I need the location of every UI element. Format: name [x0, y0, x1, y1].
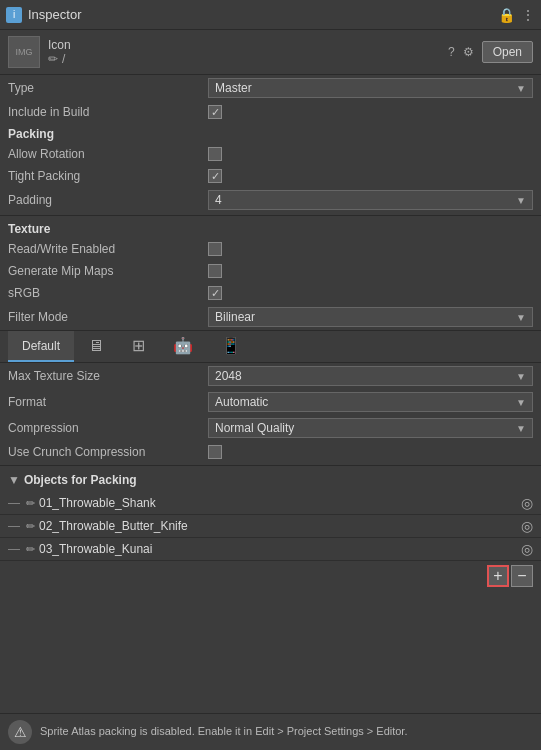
list-item-3: — ✏ 03_Throwable_Kunai ◎ — [0, 538, 541, 561]
generate-mip-maps-checkbox[interactable] — [208, 264, 533, 278]
dash-1: — — [8, 496, 20, 510]
tight-packing-row: Tight Packing — [0, 165, 541, 187]
allow-rotation-check[interactable] — [208, 147, 222, 161]
type-dropdown-arrow: ▼ — [516, 83, 526, 94]
sprite-icon-1: ✏ — [26, 497, 35, 510]
item-name-2: 02_Throwable_Butter_Knife — [39, 519, 517, 533]
divider-1 — [0, 215, 541, 216]
item-name-1: 01_Throwable_Shank — [39, 496, 517, 510]
padding-dropdown[interactable]: 4 ▼ — [208, 190, 533, 210]
format-label: Format — [8, 395, 208, 409]
padding-label: Padding — [8, 193, 208, 207]
settings-icon[interactable]: ⚙ — [463, 45, 474, 59]
item-name-3: 03_Throwable_Kunai — [39, 542, 517, 556]
tab-mobile[interactable]: 📱 — [207, 331, 255, 362]
sprite-icon-2: ✏ — [26, 520, 35, 533]
android-icon: 🤖 — [173, 336, 193, 355]
windows-icon: ⊞ — [132, 336, 145, 355]
compression-dropdown[interactable]: Normal Quality ▼ — [208, 418, 533, 438]
icon-label-group: Icon ✏ / — [48, 38, 71, 66]
compression-value: Normal Quality — [215, 421, 294, 435]
generate-mip-maps-check[interactable] — [208, 264, 222, 278]
tight-packing-label: Tight Packing — [8, 169, 208, 183]
read-write-label: Read/Write Enabled — [8, 242, 208, 256]
max-texture-size-label: Max Texture Size — [8, 369, 208, 383]
inspector-icon: i — [6, 7, 22, 23]
format-value: Automatic — [215, 395, 268, 409]
circle-btn-1[interactable]: ◎ — [521, 495, 533, 511]
packing-section-header: Packing — [0, 123, 541, 143]
allow-rotation-label: Allow Rotation — [8, 147, 208, 161]
type-row: Type Master ▼ — [0, 75, 541, 101]
padding-row: Padding 4 ▼ — [0, 187, 541, 213]
help-icon[interactable]: ? — [448, 45, 455, 59]
max-texture-size-row: Max Texture Size 2048 ▼ — [0, 363, 541, 389]
generate-mip-maps-row: Generate Mip Maps — [0, 260, 541, 282]
open-button[interactable]: Open — [482, 41, 533, 63]
tab-default[interactable]: Default — [8, 331, 74, 362]
max-texture-size-arrow: ▼ — [516, 371, 526, 382]
icon-area-right: ? ⚙ Open — [448, 41, 533, 63]
include-in-build-check[interactable] — [208, 105, 222, 119]
tight-packing-check[interactable] — [208, 169, 222, 183]
allow-rotation-row: Allow Rotation — [0, 143, 541, 165]
circle-btn-2[interactable]: ◎ — [521, 518, 533, 534]
filter-mode-value: Bilinear — [215, 310, 255, 324]
compression-label: Compression — [8, 421, 208, 435]
crunch-compression-check[interactable] — [208, 445, 222, 459]
lock-icon[interactable]: 🔒 — [498, 7, 515, 23]
tight-packing-checkbox[interactable] — [208, 169, 533, 183]
tab-windows[interactable]: ⊞ — [118, 331, 159, 362]
collapse-arrow: ▼ — [8, 473, 20, 487]
objects-for-packing-header[interactable]: ▼ Objects for Packing — [0, 468, 541, 492]
add-button[interactable]: + — [487, 565, 509, 587]
crunch-compression-row: Use Crunch Compression — [0, 441, 541, 463]
slash-icon: / — [62, 52, 65, 66]
main-content: Type Master ▼ Include in Build Packing A… — [0, 75, 541, 713]
tab-android[interactable]: 🤖 — [159, 331, 207, 362]
srgb-check[interactable] — [208, 286, 222, 300]
srgb-checkbox[interactable] — [208, 286, 533, 300]
type-value: Master — [215, 81, 252, 95]
allow-rotation-checkbox[interactable] — [208, 147, 533, 161]
circle-btn-3[interactable]: ◎ — [521, 541, 533, 557]
objects-for-packing-label: Objects for Packing — [24, 473, 137, 487]
sprite-atlas-icon: IMG — [8, 36, 40, 68]
monitor-icon: 🖥 — [88, 337, 104, 355]
list-item-2: — ✏ 02_Throwable_Butter_Knife ◎ — [0, 515, 541, 538]
filter-mode-label: Filter Mode — [8, 310, 208, 324]
divider-2 — [0, 465, 541, 466]
platform-tabs: Default 🖥 ⊞ 🤖 📱 — [0, 330, 541, 363]
warning-icon: ⚠ — [8, 720, 32, 744]
filter-mode-row: Filter Mode Bilinear ▼ — [0, 304, 541, 330]
icon-area: IMG Icon ✏ / ? ⚙ Open — [0, 30, 541, 75]
texture-section-header: Texture — [0, 218, 541, 238]
filter-mode-arrow: ▼ — [516, 312, 526, 323]
format-arrow: ▼ — [516, 397, 526, 408]
sprite-icon-3: ✏ — [26, 543, 35, 556]
include-in-build-row: Include in Build — [0, 101, 541, 123]
pencil-icon[interactable]: ✏ — [48, 52, 58, 66]
read-write-checkbox[interactable] — [208, 242, 533, 256]
compression-row: Compression Normal Quality ▼ — [0, 415, 541, 441]
format-dropdown[interactable]: Automatic ▼ — [208, 392, 533, 412]
menu-icon[interactable]: ⋮ — [521, 7, 535, 23]
include-in-build-checkbox[interactable] — [208, 105, 533, 119]
compression-arrow: ▼ — [516, 423, 526, 434]
warning-bar: ⚠ Sprite Atlas packing is disabled. Enab… — [0, 713, 541, 750]
title-bar-left: i Inspector — [6, 7, 81, 23]
crunch-compression-label: Use Crunch Compression — [8, 445, 208, 459]
srgb-label: sRGB — [8, 286, 208, 300]
tab-monitor[interactable]: 🖥 — [74, 331, 118, 362]
read-write-check[interactable] — [208, 242, 222, 256]
warning-text: Sprite Atlas packing is disabled. Enable… — [40, 724, 408, 739]
type-label: Type — [8, 81, 208, 95]
type-dropdown[interactable]: Master ▼ — [208, 78, 533, 98]
crunch-compression-checkbox[interactable] — [208, 445, 533, 459]
remove-button[interactable]: − — [511, 565, 533, 587]
icon-label: Icon — [48, 38, 71, 52]
filter-mode-dropdown[interactable]: Bilinear ▼ — [208, 307, 533, 327]
inspector-title: Inspector — [28, 7, 81, 22]
max-texture-size-dropdown[interactable]: 2048 ▼ — [208, 366, 533, 386]
dash-3: — — [8, 542, 20, 556]
